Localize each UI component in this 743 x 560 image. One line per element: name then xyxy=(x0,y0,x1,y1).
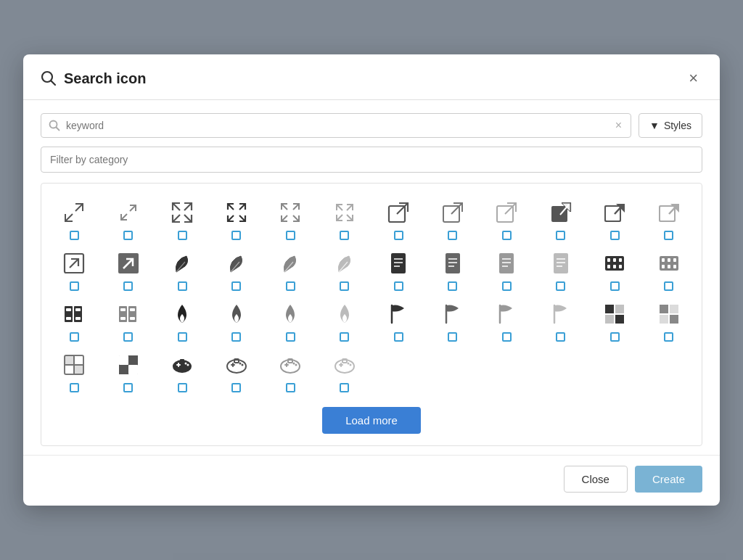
flame-icon-2 xyxy=(222,300,251,329)
icon-checkbox[interactable] xyxy=(178,281,187,291)
icon-cell[interactable] xyxy=(102,243,156,294)
icon-cell[interactable] xyxy=(47,345,102,395)
icon-checkbox[interactable] xyxy=(610,281,620,291)
icon-cell[interactable] xyxy=(372,243,426,294)
icon-checkbox[interactable] xyxy=(178,231,187,240)
icon-checkbox[interactable] xyxy=(394,281,403,291)
icon-cell[interactable] xyxy=(426,243,480,294)
icon-cell[interactable] xyxy=(263,192,318,243)
icon-cell[interactable] xyxy=(155,294,210,345)
icon-cell[interactable] xyxy=(155,345,210,395)
filter-category-input[interactable] xyxy=(41,147,702,173)
icon-checkbox[interactable] xyxy=(556,332,565,342)
icon-cell[interactable] xyxy=(480,192,534,243)
icon-cell[interactable] xyxy=(534,243,588,294)
icon-cell[interactable] xyxy=(480,243,534,294)
icon-checkbox[interactable] xyxy=(231,332,241,342)
icon-cell[interactable] xyxy=(318,192,372,243)
load-more-button[interactable]: Load more xyxy=(322,407,421,434)
icon-cell[interactable] xyxy=(155,243,210,294)
icon-checkbox[interactable] xyxy=(286,332,295,342)
icon-checkbox[interactable] xyxy=(610,332,620,342)
icon-checkbox[interactable] xyxy=(286,231,295,240)
icon-checkbox[interactable] xyxy=(448,281,457,291)
icon-cell[interactable] xyxy=(642,294,697,345)
icon-checkbox[interactable] xyxy=(70,332,79,342)
icon-cell[interactable] xyxy=(102,192,156,243)
icon-checkbox[interactable] xyxy=(664,281,673,291)
icon-cell[interactable] xyxy=(588,192,642,243)
icon-cell[interactable] xyxy=(318,243,372,294)
modal-close-button[interactable]: × xyxy=(684,67,702,89)
icon-cell[interactable] xyxy=(534,192,588,243)
svg-point-122 xyxy=(281,360,300,373)
search-icon xyxy=(41,70,57,86)
icon-checkbox[interactable] xyxy=(340,281,349,291)
icon-cell[interactable] xyxy=(480,294,534,345)
icon-checkbox[interactable] xyxy=(664,332,673,342)
icon-checkbox[interactable] xyxy=(123,231,133,240)
icon-checkbox[interactable] xyxy=(178,332,187,342)
icon-checkbox[interactable] xyxy=(70,281,79,291)
icon-cell[interactable] xyxy=(263,243,318,294)
icon-checkbox[interactable] xyxy=(394,231,403,240)
icon-cell[interactable] xyxy=(588,243,642,294)
icon-cell[interactable] xyxy=(588,294,642,345)
icon-cell[interactable] xyxy=(210,345,264,395)
icon-cell[interactable] xyxy=(426,192,480,243)
icon-cell[interactable] xyxy=(155,192,210,243)
icon-checkbox[interactable] xyxy=(231,281,241,291)
styles-dropdown-button[interactable]: ▼ Styles xyxy=(639,113,702,138)
icon-checkbox[interactable] xyxy=(448,332,457,342)
flag-icon-2 xyxy=(438,300,467,329)
icons-grid-container[interactable]: Load more xyxy=(41,183,702,446)
icon-cell[interactable] xyxy=(102,345,156,395)
icon-cell[interactable] xyxy=(210,294,264,345)
icon-cell[interactable] xyxy=(210,243,264,294)
icon-checkbox[interactable] xyxy=(123,281,133,291)
icon-checkbox[interactable] xyxy=(70,383,79,392)
icon-cell[interactable] xyxy=(426,294,480,345)
icon-checkbox[interactable] xyxy=(231,231,241,240)
svg-line-21 xyxy=(347,205,353,210)
icon-checkbox[interactable] xyxy=(556,281,565,291)
icon-cell[interactable] xyxy=(372,294,426,345)
icon-checkbox[interactable] xyxy=(286,383,295,392)
icon-cell[interactable] xyxy=(210,192,264,243)
create-button[interactable]: Create xyxy=(635,466,702,493)
icon-cell[interactable] xyxy=(47,192,102,243)
search-input[interactable] xyxy=(66,114,614,137)
icon-cell[interactable] xyxy=(534,294,588,345)
icon-cell[interactable] xyxy=(102,294,156,345)
icon-cell[interactable] xyxy=(47,243,102,294)
icon-cell[interactable] xyxy=(372,192,426,243)
icon-cell[interactable] xyxy=(47,294,102,345)
icon-cell[interactable] xyxy=(263,345,318,395)
icon-checkbox[interactable] xyxy=(556,231,565,240)
icon-checkbox[interactable] xyxy=(610,231,620,240)
icon-checkbox[interactable] xyxy=(394,332,403,342)
icon-checkbox[interactable] xyxy=(664,231,673,240)
search-clear-button[interactable]: × xyxy=(614,119,623,132)
icon-checkbox[interactable] xyxy=(70,231,79,240)
icon-cell[interactable] xyxy=(642,192,697,243)
icon-cell[interactable] xyxy=(642,243,697,294)
icon-checkbox[interactable] xyxy=(448,231,457,240)
icon-checkbox[interactable] xyxy=(123,383,133,392)
icon-cell[interactable] xyxy=(263,294,318,345)
icon-checkbox[interactable] xyxy=(123,332,133,342)
icon-checkbox[interactable] xyxy=(502,281,512,291)
icon-cell[interactable] xyxy=(318,294,372,345)
icon-checkbox[interactable] xyxy=(231,383,241,392)
icon-checkbox[interactable] xyxy=(340,332,349,342)
close-button[interactable]: Close xyxy=(564,466,628,493)
icon-checkbox[interactable] xyxy=(340,231,349,240)
icon-checkbox[interactable] xyxy=(502,332,512,342)
icon-cell[interactable] xyxy=(318,345,372,395)
icon-checkbox[interactable] xyxy=(178,383,187,392)
icon-checkbox[interactable] xyxy=(340,383,349,392)
icon-checkbox[interactable] xyxy=(502,231,512,240)
gamepad-icon-2 xyxy=(222,350,251,379)
icon-checkbox[interactable] xyxy=(286,281,295,291)
arrow-expand-icon-1 xyxy=(59,198,89,227)
